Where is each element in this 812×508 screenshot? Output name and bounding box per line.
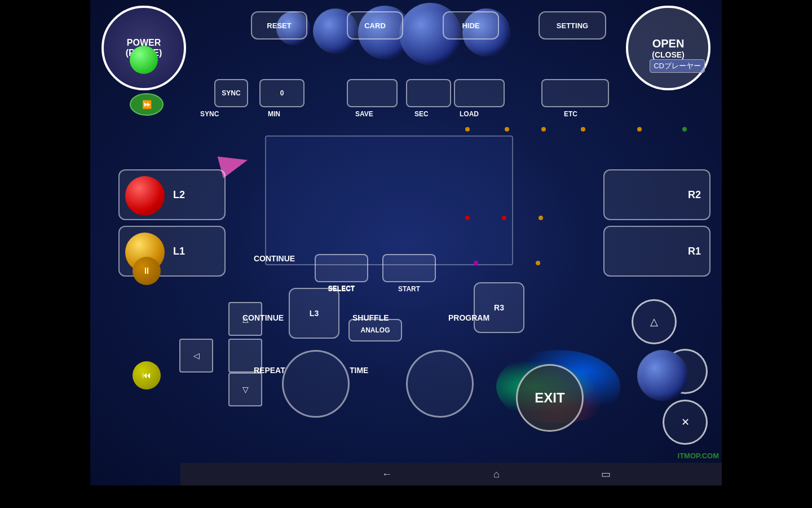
dot-gold-3 [541, 127, 546, 132]
sphere-right-bottom [637, 350, 688, 401]
power-indicator [130, 46, 158, 74]
dpad-up[interactable]: △ [228, 302, 262, 336]
sync-button[interactable]: SYNC [214, 79, 248, 107]
dot-gold-4 [581, 127, 585, 132]
left-border [0, 0, 90, 508]
nav-bar: ← ⌂ ▭ [180, 463, 722, 485]
load-label: LOAD [460, 110, 479, 118]
card-button[interactable]: CARD [347, 11, 403, 40]
cross-icon: ✕ [681, 416, 690, 428]
reset-button[interactable]: RESET [251, 11, 307, 40]
l2-button[interactable]: L2 [118, 169, 226, 220]
setting-button[interactable]: SETTING [539, 11, 606, 40]
sec-label: SEC [414, 110, 429, 118]
dot-red-2 [502, 216, 506, 220]
sec-button[interactable] [406, 79, 451, 107]
r1-button[interactable]: R1 [603, 226, 710, 277]
r3-button[interactable]: R3 [474, 282, 524, 333]
etc-label: ETC [564, 110, 577, 118]
dot-gold-1 [465, 127, 470, 132]
dpad-center[interactable]: ⏮ [133, 361, 161, 389]
load-button[interactable] [454, 79, 505, 107]
save-button[interactable] [347, 79, 398, 107]
etc-button[interactable] [541, 79, 609, 107]
cross-button[interactable]: ✕ [663, 400, 708, 445]
left-analog-stick[interactable] [282, 350, 350, 418]
r2-button[interactable]: R2 [603, 169, 710, 220]
dpad-left[interactable]: ◁ [179, 339, 213, 373]
min-button[interactable]: 0 [259, 79, 304, 107]
hide-button[interactable]: HIDE [443, 11, 499, 40]
power-button[interactable]: POWER (PAUSE) [102, 6, 186, 90]
save-label: SAVE [355, 110, 373, 118]
cd-player-label: CDプレーヤー [650, 59, 705, 73]
exit-button[interactable]: EXIT [516, 364, 584, 432]
center-screen [265, 135, 513, 265]
repeat-label: REPEAT [254, 366, 285, 375]
open-label: OPEN [652, 37, 685, 50]
nav-home-button[interactable]: ⌂ [493, 468, 500, 480]
start-label: START [382, 285, 436, 293]
nav-recent-button[interactable]: ▭ [601, 468, 611, 480]
analog-button[interactable]: ANALOG [348, 319, 402, 341]
triangle-icon: △ [650, 316, 658, 328]
fast-forward-button[interactable]: ⏩ [130, 93, 164, 116]
red-ball-l2 [125, 176, 165, 216]
l3-button[interactable]: L3 [289, 288, 339, 339]
dpad-down[interactable]: ▽ [228, 373, 262, 406]
right-border [722, 0, 812, 508]
dot-green-1 [682, 127, 687, 132]
continue-left-label: CONTINUE [254, 254, 295, 263]
watermark: ITMOP.COM [678, 452, 719, 460]
triangle-button[interactable]: △ [632, 299, 677, 344]
pause-button[interactable]: ⏸ [133, 257, 161, 285]
time-label: TIME [350, 366, 368, 375]
dot-gold-6 [539, 216, 543, 220]
game-area: POWER (PAUSE) OPEN (CLOSE) CDプレーヤー RESET… [90, 0, 722, 485]
dot-gold-5 [637, 127, 642, 132]
ff-icon: ⏩ [142, 100, 152, 109]
right-analog-stick[interactable] [406, 350, 474, 418]
rewind-icon-symbol: ⏮ [142, 370, 151, 380]
open-close-button[interactable]: OPEN (CLOSE) [626, 6, 710, 90]
dot-purple-1 [474, 261, 478, 265]
dot-gold-2 [505, 127, 509, 132]
min-label: MIN [268, 110, 280, 118]
sync-label: SYNC [200, 110, 219, 118]
start-button[interactable] [382, 254, 436, 282]
dot-red-1 [465, 216, 470, 220]
close-label: (CLOSE) [652, 50, 685, 59]
dot-gold-7 [536, 261, 540, 265]
pause-icon-symbol: ⏸ [142, 266, 151, 276]
nav-back-button[interactable]: ← [382, 468, 392, 480]
select-button[interactable]: SELECT [315, 254, 368, 282]
